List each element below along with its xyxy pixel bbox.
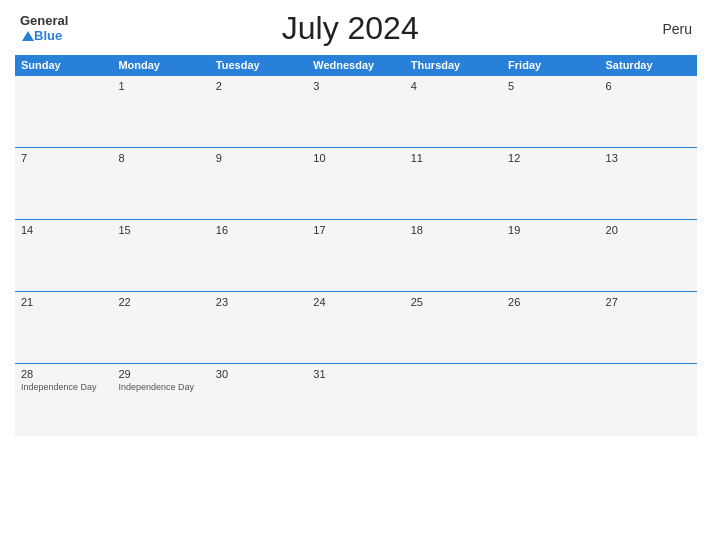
day-number: 10 — [313, 152, 398, 164]
day-event: Independence Day — [21, 382, 106, 392]
day-cell: 22 — [112, 292, 209, 364]
days-header-row: Sunday Monday Tuesday Wednesday Thursday… — [15, 55, 697, 76]
day-cell: 20 — [600, 220, 697, 292]
logo-triangle-icon — [22, 31, 34, 41]
day-cell: 29Independence Day — [112, 364, 209, 436]
day-number: 23 — [216, 296, 301, 308]
day-number: 26 — [508, 296, 593, 308]
week-row-5: 28Independence Day29Independence Day3031 — [15, 364, 697, 436]
day-cell: 27 — [600, 292, 697, 364]
day-number: 31 — [313, 368, 398, 380]
logo-blue-text: Blue — [34, 29, 62, 43]
day-cell: 18 — [405, 220, 502, 292]
calendar-table: Sunday Monday Tuesday Wednesday Thursday… — [15, 55, 697, 436]
day-number: 22 — [118, 296, 203, 308]
day-number: 18 — [411, 224, 496, 236]
day-cell: 15 — [112, 220, 209, 292]
day-number: 2 — [216, 80, 301, 92]
day-cell: 3 — [307, 76, 404, 148]
week-row-1: 123456 — [15, 76, 697, 148]
day-cell: 21 — [15, 292, 112, 364]
day-number: 20 — [606, 224, 691, 236]
day-number: 25 — [411, 296, 496, 308]
day-number: 12 — [508, 152, 593, 164]
day-number: 4 — [411, 80, 496, 92]
day-cell — [600, 364, 697, 436]
calendar-header: General Blue July 2024 Peru — [15, 10, 697, 47]
day-number: 1 — [118, 80, 203, 92]
day-cell: 11 — [405, 148, 502, 220]
day-cell: 5 — [502, 76, 599, 148]
day-cell: 16 — [210, 220, 307, 292]
day-number: 21 — [21, 296, 106, 308]
day-cell: 10 — [307, 148, 404, 220]
day-cell: 31 — [307, 364, 404, 436]
week-row-4: 21222324252627 — [15, 292, 697, 364]
header-friday: Friday — [502, 55, 599, 76]
day-cell — [15, 76, 112, 148]
day-cell: 4 — [405, 76, 502, 148]
day-cell: 14 — [15, 220, 112, 292]
day-number: 5 — [508, 80, 593, 92]
day-number: 16 — [216, 224, 301, 236]
day-cell: 9 — [210, 148, 307, 220]
calendar-title: July 2024 — [68, 10, 632, 47]
day-cell: 26 — [502, 292, 599, 364]
header-sunday: Sunday — [15, 55, 112, 76]
header-saturday: Saturday — [600, 55, 697, 76]
day-number: 19 — [508, 224, 593, 236]
logo-general-text: General — [20, 14, 68, 28]
day-cell: 28Independence Day — [15, 364, 112, 436]
day-cell: 30 — [210, 364, 307, 436]
day-number: 24 — [313, 296, 398, 308]
day-number: 30 — [216, 368, 301, 380]
header-tuesday: Tuesday — [210, 55, 307, 76]
day-number: 28 — [21, 368, 106, 380]
day-number: 3 — [313, 80, 398, 92]
day-cell — [405, 364, 502, 436]
day-cell: 23 — [210, 292, 307, 364]
day-number: 13 — [606, 152, 691, 164]
day-cell: 6 — [600, 76, 697, 148]
day-number: 9 — [216, 152, 301, 164]
day-cell: 2 — [210, 76, 307, 148]
day-cell: 8 — [112, 148, 209, 220]
day-number: 29 — [118, 368, 203, 380]
header-thursday: Thursday — [405, 55, 502, 76]
day-cell: 24 — [307, 292, 404, 364]
day-cell: 17 — [307, 220, 404, 292]
day-event: Independence Day — [118, 382, 203, 392]
week-row-3: 14151617181920 — [15, 220, 697, 292]
day-number: 8 — [118, 152, 203, 164]
calendar-container: General Blue July 2024 Peru Sunday Monda… — [0, 0, 712, 550]
header-monday: Monday — [112, 55, 209, 76]
logo: General Blue — [20, 14, 68, 43]
week-row-2: 78910111213 — [15, 148, 697, 220]
day-number: 15 — [118, 224, 203, 236]
day-cell: 25 — [405, 292, 502, 364]
day-number: 6 — [606, 80, 691, 92]
day-cell: 7 — [15, 148, 112, 220]
day-number: 14 — [21, 224, 106, 236]
day-number: 17 — [313, 224, 398, 236]
day-number: 11 — [411, 152, 496, 164]
day-cell: 19 — [502, 220, 599, 292]
day-number: 27 — [606, 296, 691, 308]
day-number: 7 — [21, 152, 106, 164]
day-cell: 13 — [600, 148, 697, 220]
country-label: Peru — [632, 21, 692, 37]
header-wednesday: Wednesday — [307, 55, 404, 76]
day-cell — [502, 364, 599, 436]
day-cell: 1 — [112, 76, 209, 148]
day-cell: 12 — [502, 148, 599, 220]
